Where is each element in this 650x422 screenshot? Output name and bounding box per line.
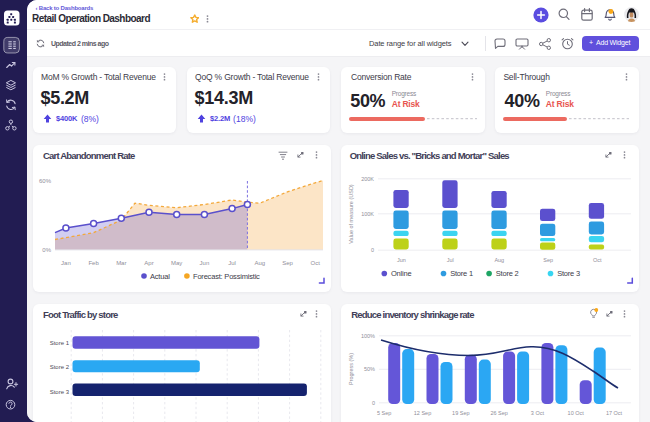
svg-text:Store 1: Store 1 xyxy=(450,269,473,278)
svg-text:50%: 50% xyxy=(364,366,375,372)
svg-text:12 Sep: 12 Sep xyxy=(414,411,431,417)
svg-text:Feb: Feb xyxy=(88,260,99,266)
svg-text:200K: 200K xyxy=(361,176,374,182)
svg-text:May: May xyxy=(171,260,182,266)
svg-text:60%: 60% xyxy=(39,178,52,184)
svg-text:Sep: Sep xyxy=(282,260,293,266)
svg-text:Progress (%): Progress (%) xyxy=(349,353,355,385)
svg-text:Value of measure (USD): Value of measure (USD) xyxy=(349,185,355,245)
svg-text:Jul: Jul xyxy=(228,260,236,266)
svg-text:0: 0 xyxy=(371,248,374,254)
svg-text:Jun: Jun xyxy=(200,260,210,266)
svg-text:Jun: Jun xyxy=(397,258,406,264)
svg-text:26 Sep: 26 Sep xyxy=(491,411,508,417)
svg-text:10 Oct: 10 Oct xyxy=(568,411,585,417)
svg-text:Store 3: Store 3 xyxy=(50,389,70,395)
svg-text:3 Oct: 3 Oct xyxy=(531,411,545,417)
svg-text:Online: Online xyxy=(391,269,411,278)
svg-text:Store 3: Store 3 xyxy=(557,269,580,278)
svg-text:Aug: Aug xyxy=(495,258,505,264)
svg-text:Store 1: Store 1 xyxy=(50,340,70,346)
svg-text:100%: 100% xyxy=(361,333,375,339)
svg-text:0: 0 xyxy=(372,400,375,406)
svg-text:Oct: Oct xyxy=(311,260,321,266)
svg-text:100K: 100K xyxy=(361,211,374,217)
svg-text:Mar: Mar xyxy=(116,260,126,266)
svg-text:Apr: Apr xyxy=(144,260,153,266)
svg-text:Aug: Aug xyxy=(254,260,265,266)
svg-text:Jul: Jul xyxy=(447,258,454,264)
svg-text:17 Oct: 17 Oct xyxy=(606,411,623,417)
svg-text:Actual: Actual xyxy=(150,272,170,281)
svg-text:5 Sep: 5 Sep xyxy=(377,411,391,417)
svg-text:19 Sep: 19 Sep xyxy=(452,411,469,417)
svg-text:Sep: Sep xyxy=(544,258,554,264)
svg-text:Store 2: Store 2 xyxy=(496,269,519,278)
svg-text:0%: 0% xyxy=(42,247,51,253)
svg-text:Oct: Oct xyxy=(593,258,602,264)
svg-text:Jan: Jan xyxy=(61,260,71,266)
svg-text:Forecast: Possimistic: Forecast: Possimistic xyxy=(193,272,260,281)
svg-text:Store 2: Store 2 xyxy=(50,364,70,370)
